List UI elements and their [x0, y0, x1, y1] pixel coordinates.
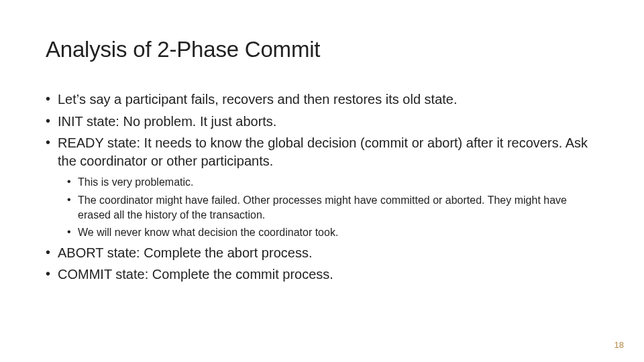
sub-bullet-item: We will never know what decision the coo… — [67, 225, 598, 240]
page-number: 18 — [614, 340, 624, 350]
bullet-item: Let’s say a participant fails, recovers … — [46, 90, 598, 109]
bullet-list: Let’s say a participant fails, recovers … — [46, 90, 598, 284]
sub-bullet-item: The coordinator might have failed. Other… — [67, 193, 598, 222]
slide-body: Let’s say a participant fails, recovers … — [46, 90, 598, 284]
sub-bullet-item: This is very problematic. — [67, 175, 598, 190]
slide-title: Analysis of 2-Phase Commit — [46, 37, 598, 62]
slide: Analysis of 2-Phase Commit Let’s say a p… — [0, 0, 644, 362]
bullet-item: INIT state: No problem. It just aborts. — [46, 113, 598, 131]
sub-bullet-list: This is very problematic. The coordinato… — [58, 175, 598, 239]
bullet-item: ABORT state: Complete the abort process. — [46, 244, 598, 262]
bullet-item: COMMIT state: Complete the commit proces… — [46, 265, 598, 284]
bullet-item: READY state: It needs to know the global… — [46, 134, 598, 240]
bullet-text: READY state: It needs to know the global… — [58, 135, 588, 168]
